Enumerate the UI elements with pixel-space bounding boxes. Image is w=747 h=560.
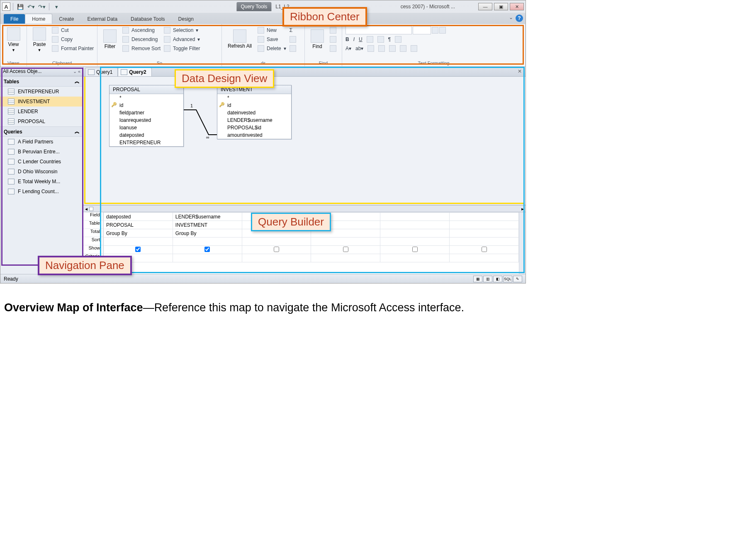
nav-query-item[interactable]: E Total Weekly M... [0, 177, 83, 187]
spelling-icon[interactable] [290, 36, 296, 43]
app-icon[interactable]: A [2, 2, 10, 11]
nav-table-item[interactable]: INVESTMENT [0, 97, 83, 107]
align-center-icon[interactable] [389, 45, 396, 52]
doc-tab-query1[interactable]: Query1 [85, 68, 118, 76]
qgrid-cell[interactable]: Group By [173, 229, 242, 238]
field-item[interactable]: * [217, 94, 291, 102]
nav-query-item[interactable]: B Peruvian Entre... [0, 147, 83, 157]
qgrid-cell[interactable] [311, 238, 380, 246]
qgrid-cell[interactable] [380, 229, 450, 238]
field-item[interactable]: loanrequested [109, 116, 183, 124]
copy-button[interactable]: Copy [52, 35, 94, 44]
qgrid-cell[interactable] [311, 246, 380, 254]
font-size-combo[interactable] [413, 26, 431, 34]
totals-icon[interactable]: Σ [290, 27, 292, 33]
tab-design[interactable]: Design [172, 14, 200, 24]
scroll-left-icon[interactable]: ◂ [85, 206, 88, 212]
table-box-proposal[interactable]: PROPOSAL *idfieldpartnerloanrequestedloa… [109, 85, 184, 147]
field-item[interactable]: id [217, 102, 291, 109]
tab-create[interactable]: Create [52, 14, 80, 24]
selection-button[interactable]: Selection ▾ [164, 26, 200, 35]
qgrid-cell[interactable] [380, 238, 450, 246]
qgrid-cell[interactable] [450, 221, 519, 229]
ribbon-minimize-icon[interactable]: ⌄ [509, 15, 513, 22]
indent-inc-icon[interactable] [377, 36, 384, 43]
qgrid-cell[interactable] [104, 246, 173, 254]
field-item[interactable]: dateinvested [217, 109, 291, 116]
chart-view-button[interactable]: ◧ [493, 276, 502, 282]
underline-button[interactable]: U [359, 36, 363, 42]
query-design-surface[interactable]: PROPOSAL *idfieldpartnerloanrequestedloa… [83, 77, 526, 205]
ascending-button[interactable]: Ascending [122, 26, 161, 35]
font-color-button[interactable]: A▾ [346, 46, 351, 51]
nav-query-item[interactable]: C Lender Countries [0, 157, 83, 167]
scroll-thumb[interactable] [89, 207, 93, 211]
window-minimize-button[interactable]: — [478, 3, 492, 10]
nav-query-item[interactable]: A Field Partners [0, 137, 83, 147]
fill-color-icon[interactable] [367, 45, 374, 52]
qgrid-cell[interactable] [380, 213, 450, 221]
qgrid-cell[interactable] [311, 254, 380, 262]
qgrid-vscroll[interactable] [519, 212, 526, 274]
qgrid-cell[interactable] [450, 246, 519, 254]
field-item[interactable]: fieldpartner [109, 109, 183, 116]
field-item[interactable]: PROPOSAL$id [217, 124, 291, 131]
highlight-button[interactable]: ab▾ [355, 46, 363, 51]
nav-query-item[interactable]: D Ohio Wisconsin [0, 167, 83, 177]
show-checkbox[interactable] [274, 247, 279, 252]
field-item[interactable]: * [109, 94, 183, 102]
qgrid-cell[interactable] [380, 221, 450, 229]
qgrid-cell[interactable]: INVESTMENT [173, 221, 242, 229]
qgrid-cell[interactable] [173, 238, 242, 246]
show-checkbox[interactable] [412, 247, 418, 252]
qgrid-cell[interactable] [450, 238, 519, 246]
sql-view-button[interactable]: SQL [503, 276, 512, 282]
qgrid-cell[interactable] [104, 238, 173, 246]
align-left-icon[interactable] [378, 45, 385, 52]
gridlines-icon[interactable] [395, 36, 401, 43]
align-right-icon[interactable] [400, 45, 406, 52]
datasheet-view-button[interactable]: ▦ [473, 276, 482, 282]
italic-button[interactable]: I [353, 36, 355, 42]
more-icon[interactable] [290, 45, 296, 52]
delete-record-button[interactable]: Delete ▾ [258, 44, 286, 53]
goto-icon[interactable] [330, 36, 336, 43]
bold-button[interactable]: B [346, 36, 349, 42]
qat-redo-icon[interactable]: ↷▾ [37, 2, 46, 11]
qgrid-cell[interactable] [380, 246, 450, 254]
doc-tab-query2[interactable]: Query2 [118, 68, 151, 76]
pivot-view-button[interactable]: ▥ [483, 276, 492, 282]
show-checkbox[interactable] [343, 247, 348, 252]
nav-query-item[interactable]: F Lending Count... [0, 187, 83, 196]
qgrid-cell[interactable]: PROPOSAL [104, 221, 173, 229]
window-close-button[interactable]: ✕ [510, 3, 524, 10]
show-checkbox[interactable] [482, 247, 487, 252]
cut-button[interactable]: Cut [52, 26, 94, 35]
help-button[interactable]: ? [516, 15, 523, 22]
save-record-button[interactable]: Save [258, 35, 286, 44]
field-item[interactable]: dateposted [109, 131, 183, 139]
scroll-right-icon[interactable]: ▸ [521, 206, 524, 212]
advanced-button[interactable]: Advanced ▾ [164, 35, 200, 44]
refresh-all-button[interactable]: Refresh All [225, 26, 254, 53]
design-hscroll[interactable]: ◂ ▸ [83, 205, 526, 212]
nav-group-tables[interactable]: Tables︽ [0, 76, 83, 87]
qgrid-cell[interactable] [242, 246, 311, 254]
qgrid-cell[interactable] [380, 254, 450, 262]
field-item[interactable]: loanuse [109, 124, 183, 131]
nav-table-item[interactable]: PROPOSAL [0, 116, 83, 126]
field-item[interactable]: id [109, 102, 183, 109]
field-item[interactable]: amountinvested [217, 131, 291, 139]
tab-database-tools[interactable]: Database Tools [124, 14, 172, 24]
numbering-icon[interactable] [439, 27, 446, 34]
show-checkbox[interactable] [135, 247, 141, 252]
design-view-button[interactable]: ✎ [513, 276, 522, 282]
qgrid-cell[interactable] [242, 254, 311, 262]
tab-home[interactable]: Home [25, 14, 52, 24]
format-painter-button[interactable]: Format Painter [52, 44, 94, 53]
qgrid-cell[interactable] [173, 254, 242, 262]
alt-row-icon[interactable] [411, 45, 417, 52]
nav-group-queries[interactable]: Queries︽ [0, 126, 83, 137]
show-checkbox[interactable] [204, 247, 210, 252]
field-item[interactable]: LENDER$username [217, 116, 291, 124]
